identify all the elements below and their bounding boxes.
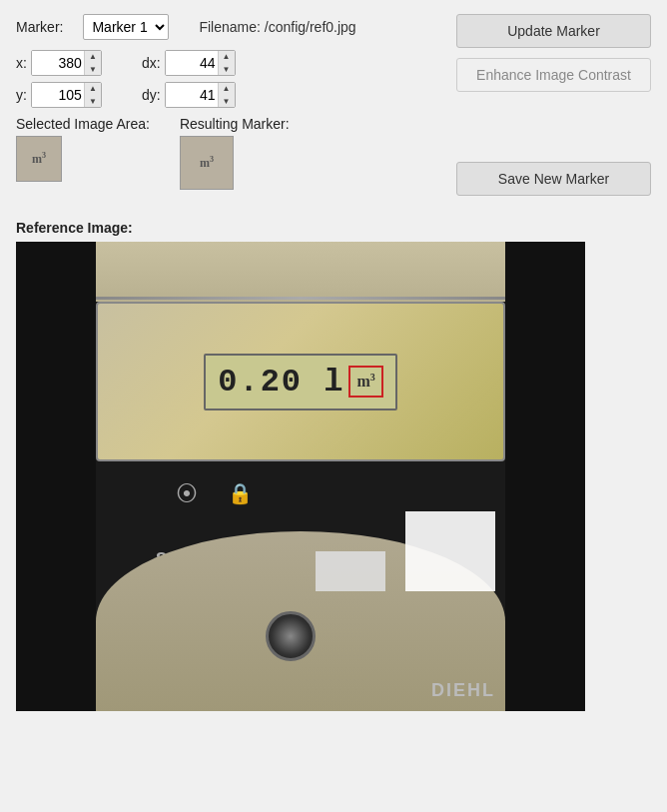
meter-icons-row: ⦿ 🔒 — [176, 481, 253, 507]
resulting-m3: m3 — [200, 155, 214, 171]
dx-label: dx: — [142, 55, 161, 71]
y-label: y: — [16, 87, 27, 103]
selected-area-label: Selected Image Area: — [16, 116, 150, 132]
white-rect-small — [316, 551, 385, 591]
meter-display-panel: 0.20 l m3 — [96, 302, 505, 461]
dy-label: dy: — [142, 87, 161, 103]
dy-down-arrow[interactable]: ▼ — [219, 95, 235, 108]
resulting-marker-preview: m3 — [180, 136, 234, 190]
meter-top-border — [96, 297, 505, 300]
diehl-brand: DIEHL — [431, 680, 495, 701]
selected-area-preview: m3 — [16, 136, 62, 182]
x-input[interactable]: 380 — [32, 50, 84, 76]
marker-label: Marker: — [16, 19, 63, 35]
dx-arrows[interactable]: ▲ ▼ — [218, 50, 235, 76]
save-new-marker-button[interactable]: Save New Marker — [456, 162, 651, 196]
dark-panel-right — [505, 242, 585, 711]
camera-lens — [266, 611, 316, 661]
white-rect-large — [405, 511, 495, 591]
reference-image-label: Reference Image: — [16, 220, 651, 236]
x-arrows[interactable]: ▲ ▼ — [84, 50, 101, 76]
reference-image: 0.20 l m3 ⦿ 🔒 8 DME DIEHL — [16, 242, 585, 711]
dark-panel-left — [16, 242, 96, 711]
y-down-arrow[interactable]: ▼ — [85, 95, 101, 108]
dy-spinbox[interactable]: 41 ▲ ▼ — [165, 82, 236, 108]
selected-area-m3: m3 — [32, 151, 46, 167]
meter-top-area — [96, 242, 505, 302]
meter-unit-box: m3 — [348, 366, 382, 397]
y-spinbox[interactable]: 105 ▲ ▼ — [31, 82, 102, 108]
dx-down-arrow[interactable]: ▼ — [219, 63, 235, 76]
update-marker-button[interactable]: Update Marker — [456, 14, 651, 48]
signal-icon: ⦿ — [176, 481, 198, 507]
y-arrows[interactable]: ▲ ▼ — [84, 82, 101, 108]
dy-arrows[interactable]: ▲ ▼ — [218, 82, 235, 108]
dx-up-arrow[interactable]: ▲ — [219, 50, 235, 63]
filename-text: Filename: /config/ref0.jpg — [199, 19, 355, 35]
dy-up-arrow[interactable]: ▲ — [219, 82, 235, 95]
marker-select[interactable]: Marker 1 Marker 2 Marker 3 — [83, 14, 169, 40]
dx-spinbox[interactable]: 44 ▲ ▼ — [165, 50, 236, 76]
filename-label: Filename: — [199, 19, 260, 35]
x-label: x: — [16, 55, 27, 71]
dy-input[interactable]: 41 — [166, 82, 218, 108]
meter-digits: 0.20 l — [218, 364, 344, 401]
x-spinbox[interactable]: 380 ▲ ▼ — [31, 50, 102, 76]
filename-value: /config/ref0.jpg — [265, 19, 356, 35]
x-up-arrow[interactable]: ▲ — [85, 50, 101, 63]
resulting-marker-label: Resulting Marker: — [180, 116, 290, 132]
meter-readout: 0.20 l m3 — [204, 354, 397, 410]
enhance-contrast-button[interactable]: Enhance Image Contrast — [456, 58, 651, 92]
y-up-arrow[interactable]: ▲ — [85, 82, 101, 95]
y-input[interactable]: 105 — [32, 82, 84, 108]
lock-icon: 🔒 — [228, 481, 253, 507]
x-down-arrow[interactable]: ▼ — [85, 63, 101, 76]
dx-input[interactable]: 44 — [166, 50, 218, 76]
